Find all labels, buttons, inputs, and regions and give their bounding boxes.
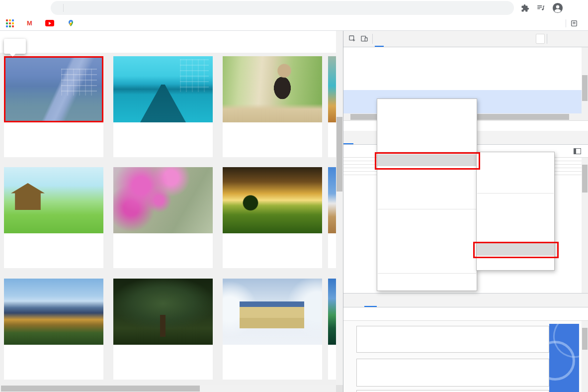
whats-new-card — [356, 326, 549, 353]
wallpaper-thumb[interactable] — [223, 279, 322, 345]
toggle-panel-icon[interactable] — [574, 148, 581, 154]
menu-item-cut-element[interactable] — [477, 155, 554, 167]
page-vertical-scrollbar[interactable] — [336, 31, 343, 385]
maps-pin-icon — [67, 19, 75, 27]
wallpaper-card[interactable] — [4, 279, 103, 380]
bookmark-youtube[interactable] — [45, 20, 57, 26]
scroll-up-icon[interactable] — [582, 321, 588, 328]
wallpaper-card[interactable] — [223, 279, 322, 380]
wallpaper-caption[interactable] — [4, 345, 103, 380]
bookmark-maps[interactable] — [67, 19, 78, 27]
wallpaper-caption[interactable] — [4, 233, 103, 268]
tab-sources[interactable] — [393, 31, 402, 47]
scroll-thumb[interactable] — [336, 117, 342, 192]
menu-item-force-state[interactable] — [377, 183, 477, 195]
browser-toolbar — [0, 0, 588, 16]
wallpaper-card-clipped[interactable] — [328, 279, 336, 380]
dom-node[interactable] — [407, 74, 588, 83]
menu-item-scroll-into-view[interactable] — [377, 247, 477, 259]
wallpaper-caption[interactable] — [113, 122, 213, 157]
wallpaper-thumb[interactable] — [113, 279, 213, 345]
scroll-down-icon[interactable] — [582, 106, 588, 113]
wallpaper-thumb-inspected[interactable] — [4, 56, 103, 122]
scroll-down-icon[interactable] — [582, 286, 588, 293]
wallpaper-caption[interactable] — [223, 122, 322, 157]
wallpaper-caption[interactable] — [223, 233, 322, 268]
scroll-thumb[interactable] — [1, 386, 200, 392]
tab-drawer-console[interactable] — [354, 294, 364, 307]
bookmark-apps[interactable] — [6, 19, 17, 27]
page-horizontal-scrollbar[interactable] — [0, 385, 336, 392]
menu-item-store-as-global-variable[interactable] — [377, 276, 477, 288]
wallpaper-card[interactable] — [223, 167, 322, 268]
issues-warning-badge[interactable] — [536, 34, 545, 44]
scroll-thumb[interactable] — [582, 165, 588, 193]
wallpaper-card[interactable] — [113, 56, 213, 157]
menu-item-hide-element[interactable] — [377, 171, 477, 183]
menu-item-capture-node-screenshot[interactable] — [377, 235, 477, 247]
tab-whats-new[interactable] — [364, 294, 377, 307]
menu-item-break-on[interactable] — [377, 195, 477, 206]
omnibox-divider — [63, 4, 64, 12]
menu-item-collapse-children[interactable] — [377, 223, 477, 235]
bookmark-gmail[interactable]: M — [27, 19, 35, 27]
wallpaper-thumb[interactable] — [113, 56, 213, 122]
drawer-vertical-scrollbar[interactable] — [582, 321, 588, 392]
wallpaper-thumb[interactable] — [4, 167, 103, 233]
wallpaper-card-clipped[interactable] — [328, 56, 336, 157]
menu-item-expand-recursively[interactable] — [377, 211, 477, 223]
dom-node[interactable] — [394, 58, 588, 66]
red-annotation-box-copy — [375, 152, 480, 170]
scroll-down-icon[interactable] — [336, 378, 343, 385]
inspect-tooltip — [4, 39, 26, 54]
scroll-thumb[interactable] — [582, 328, 588, 350]
wallpaper-card-clipped[interactable] — [328, 167, 336, 268]
dom-node[interactable] — [413, 82, 588, 91]
wallpaper-thumb[interactable] — [113, 167, 213, 233]
wallpaper-card[interactable] — [4, 56, 103, 157]
wallpaper-thumb[interactable] — [223, 167, 322, 233]
tab-console[interactable] — [384, 31, 393, 47]
wallpaper-thumb[interactable] — [223, 56, 322, 122]
menu-item-copy-outerhtml[interactable] — [477, 196, 554, 207]
extensions-puzzle-icon[interactable] — [521, 4, 529, 12]
tab-styles[interactable] — [343, 131, 353, 144]
menu-item-focus[interactable] — [377, 259, 477, 271]
media-controls-icon[interactable] — [536, 3, 545, 12]
wallpaper-card[interactable] — [113, 167, 213, 268]
menu-item-delete-element[interactable] — [377, 138, 477, 150]
wallpaper-card[interactable] — [4, 167, 103, 268]
profile-avatar[interactable] — [552, 2, 563, 13]
scroll-up-icon[interactable] — [336, 31, 343, 38]
elements-vertical-scrollbar[interactable] — [582, 47, 588, 113]
wallpaper-card[interactable] — [223, 56, 322, 157]
scroll-thumb[interactable] — [582, 75, 588, 101]
menu-item-add-attribute[interactable] — [377, 101, 477, 113]
wallpaper-caption[interactable] — [113, 233, 213, 268]
wallpaper-caption[interactable] — [113, 345, 213, 380]
address-bar[interactable] — [51, 1, 514, 15]
wallpaper-caption[interactable] — [4, 122, 103, 157]
tab-elements[interactable] — [375, 31, 384, 47]
scroll-up-icon[interactable] — [582, 47, 588, 54]
menu-item-copy-selector[interactable] — [477, 207, 554, 219]
menu-item-copy-element[interactable] — [477, 167, 554, 179]
inspect-element-icon[interactable] — [346, 35, 358, 43]
scroll-left-icon[interactable] — [343, 113, 350, 120]
device-toolbar-icon[interactable] — [358, 35, 370, 43]
menu-item-duplicate-element[interactable] — [377, 125, 477, 137]
wallpaper-caption[interactable] — [223, 345, 322, 380]
wallpaper-thumb[interactable] — [4, 279, 103, 345]
menu-item-copy-js-path[interactable] — [477, 219, 554, 231]
bookmarks-bar: M — [0, 16, 588, 31]
menu-item-edit-as-html[interactable] — [377, 113, 477, 125]
wallpaper-card[interactable] — [113, 279, 213, 380]
dom-node[interactable] — [400, 66, 588, 74]
scroll-right-icon[interactable] — [329, 385, 336, 392]
dom-node[interactable] — [387, 49, 588, 58]
scroll-right-icon[interactable] — [575, 113, 582, 120]
more-tabs-icon[interactable] — [402, 31, 411, 47]
gmail-icon: M — [27, 19, 32, 27]
scroll-up-icon[interactable] — [582, 158, 588, 165]
styles-vertical-scrollbar[interactable] — [582, 158, 588, 293]
